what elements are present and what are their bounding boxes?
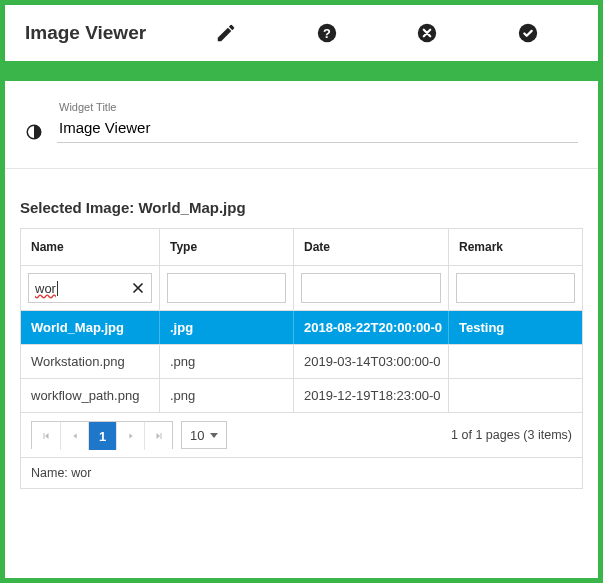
- selected-image-prefix: Selected Image:: [20, 199, 138, 216]
- caret-down-icon: [210, 433, 218, 438]
- filter-summary: Name: wor: [20, 458, 583, 489]
- cell-date: 2019-12-19T18:23:00-0: [293, 379, 448, 412]
- image-grid: Name Type Date Remark wor: [20, 228, 583, 413]
- cell-name: workflow_path.png: [21, 379, 159, 412]
- filter-date-wrap: [301, 273, 441, 303]
- filter-name-wrap: wor: [28, 273, 152, 303]
- pager-last-icon[interactable]: [144, 422, 172, 450]
- pager-group: 1: [31, 421, 173, 449]
- widget-title-label: Widget Title: [59, 101, 578, 113]
- pager-bar: 1 10 1 of 1 pages (3 items): [20, 413, 583, 458]
- filter-type-input[interactable]: [168, 274, 285, 302]
- edit-icon[interactable]: [215, 22, 237, 44]
- page-size-select[interactable]: 10: [181, 421, 227, 449]
- cell-date: 2018-08-22T20:00:00-0: [293, 311, 448, 344]
- col-header-remark[interactable]: Remark: [448, 229, 582, 265]
- page-size-value: 10: [190, 428, 204, 443]
- cell-date: 2019-03-14T03:00:00-0: [293, 345, 448, 378]
- col-header-date[interactable]: Date: [293, 229, 448, 265]
- cell-type: .png: [159, 379, 293, 412]
- selected-image-name: World_Map.jpg: [138, 199, 245, 216]
- accent-strip: [5, 61, 598, 81]
- cell-remark: [448, 379, 582, 412]
- filter-remark-input[interactable]: [457, 274, 574, 302]
- table-row[interactable]: Workstation.png .png 2019-03-14T03:00:00…: [21, 345, 582, 379]
- cell-name: World_Map.jpg: [21, 311, 159, 344]
- pager-next-icon[interactable]: [116, 422, 144, 450]
- col-header-type[interactable]: Type: [159, 229, 293, 265]
- filter-remark-wrap: [456, 273, 575, 303]
- pager-first-icon[interactable]: [32, 422, 60, 450]
- filter-date-input[interactable]: [302, 274, 440, 302]
- cell-type: .jpg: [159, 311, 293, 344]
- header-title: Image Viewer: [25, 22, 146, 44]
- contrast-icon[interactable]: [25, 123, 43, 141]
- help-icon[interactable]: ?: [316, 22, 338, 44]
- svg-point-3: [519, 24, 537, 42]
- widget-title-section: Widget Title: [5, 81, 598, 169]
- header-bar: Image Viewer ?: [5, 5, 598, 61]
- filter-type-wrap: [167, 273, 286, 303]
- pager-info: 1 of 1 pages (3 items): [451, 428, 572, 442]
- text-caret: [57, 281, 58, 296]
- table-row[interactable]: workflow_path.png .png 2019-12-19T18:23:…: [21, 379, 582, 412]
- cell-type: .png: [159, 345, 293, 378]
- pager-prev-icon[interactable]: [60, 422, 88, 450]
- clear-filter-icon[interactable]: [129, 279, 147, 297]
- main-area: Selected Image: World_Map.jpg Name Type …: [5, 169, 598, 499]
- header-actions: ?: [176, 22, 578, 44]
- pager-page-current[interactable]: 1: [88, 422, 116, 450]
- confirm-icon[interactable]: [517, 22, 539, 44]
- table-row[interactable]: World_Map.jpg .jpg 2018-08-22T20:00:00-0…: [21, 311, 582, 345]
- selected-image-label: Selected Image: World_Map.jpg: [20, 199, 583, 216]
- cancel-icon[interactable]: [416, 22, 438, 44]
- widget-title-field: Widget Title: [57, 101, 578, 143]
- cell-remark: [448, 345, 582, 378]
- col-header-name[interactable]: Name: [21, 229, 159, 265]
- cell-remark: Testing: [448, 311, 582, 344]
- cell-name: Workstation.png: [21, 345, 159, 378]
- widget-title-input[interactable]: [57, 115, 578, 143]
- grid-filter-row: wor: [21, 266, 582, 311]
- grid-header-row: Name Type Date Remark: [21, 229, 582, 266]
- app-frame: Image Viewer ? Widget Title: [0, 0, 603, 583]
- svg-text:?: ?: [323, 26, 331, 41]
